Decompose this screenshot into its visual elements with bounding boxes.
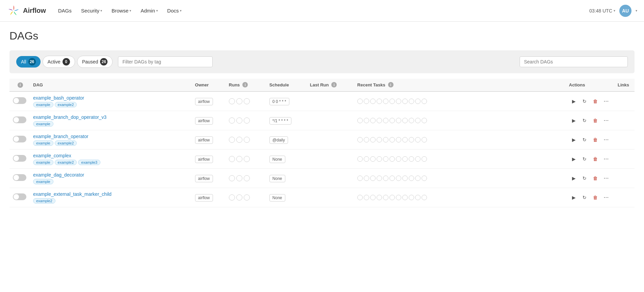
tab-active[interactable]: Active 0: [43, 56, 75, 68]
recent-task-circle: [377, 176, 382, 181]
dag-refresh-button[interactable]: ↻: [580, 174, 589, 183]
runs-info-icon[interactable]: i: [242, 82, 248, 87]
recent-tasks-info-icon[interactable]: i: [388, 82, 393, 87]
dag-refresh-button[interactable]: ↻: [580, 154, 589, 164]
dag-delete-button[interactable]: 🗑: [591, 154, 600, 164]
dag-more-button[interactable]: ···: [601, 135, 611, 144]
dag-name-link[interactable]: example_branch_dop_operator_v3: [33, 114, 188, 120]
dag-tag[interactable]: example2: [33, 198, 55, 204]
recent-task-circle: [377, 156, 382, 162]
nav-security[interactable]: Security ▾: [77, 5, 106, 16]
tab-paused[interactable]: Paused 26: [77, 56, 113, 68]
last-run-cell: [307, 91, 354, 111]
dag-delete-button[interactable]: 🗑: [591, 135, 600, 144]
recent-task-circle: [383, 176, 388, 181]
dag-toggle-5[interactable]: [13, 193, 26, 200]
dag-tag[interactable]: example3: [78, 160, 100, 165]
recent-task-circle: [364, 156, 369, 162]
dag-refresh-button[interactable]: ↻: [580, 193, 589, 202]
dag-name-link[interactable]: example_external_task_marker_child: [33, 191, 188, 197]
tag-filter-input[interactable]: [118, 56, 213, 67]
dag-tag[interactable]: example2: [55, 140, 77, 146]
dag-trigger-button[interactable]: ▶: [569, 116, 578, 125]
dag-delete-button[interactable]: 🗑: [591, 97, 600, 106]
owner-badge: airflow: [195, 117, 213, 125]
dag-toggle-4[interactable]: [13, 174, 26, 181]
docs-caret-icon: ▾: [180, 9, 182, 12]
dag-links-cell: [614, 168, 635, 188]
dag-refresh-button[interactable]: ↻: [580, 135, 589, 144]
dag-toggle-0[interactable]: [13, 97, 26, 104]
recent-task-circle: [396, 176, 401, 181]
user-avatar[interactable]: AU: [619, 5, 631, 17]
tab-paused-badge: 26: [100, 58, 108, 65]
dag-tag[interactable]: example: [33, 179, 53, 184]
dag-more-button[interactable]: ···: [601, 193, 611, 202]
avatar-caret-icon: ▾: [636, 9, 637, 12]
recent-task-circle: [409, 176, 414, 181]
owner-badge: airflow: [195, 136, 213, 144]
recent-task-circle: [396, 137, 401, 142]
dag-trigger-button[interactable]: ▶: [569, 193, 578, 202]
recent-task-circle: [415, 118, 421, 123]
dag-trigger-button[interactable]: ▶: [569, 97, 578, 106]
dag-more-button[interactable]: ···: [601, 116, 611, 125]
dag-tag[interactable]: example: [33, 160, 53, 165]
recent-task-circle: [422, 195, 427, 200]
dag-more-button[interactable]: ···: [601, 154, 611, 164]
dag-tag[interactable]: example: [33, 102, 53, 107]
dag-tag[interactable]: example: [33, 140, 53, 146]
recent-task-circle: [383, 118, 388, 123]
recent-task-circle: [409, 99, 414, 104]
dag-delete-button[interactable]: 🗑: [591, 174, 600, 183]
dag-toggle-1[interactable]: [13, 116, 26, 123]
dag-delete-button[interactable]: 🗑: [591, 116, 600, 125]
dag-toggle-3[interactable]: [13, 155, 26, 162]
table-row: example_branch_dop_operator_v3 example a…: [9, 111, 635, 130]
dag-trigger-button[interactable]: ▶: [569, 135, 578, 144]
search-input[interactable]: [520, 56, 628, 67]
logo[interactable]: Airflow: [7, 4, 46, 18]
dag-refresh-button[interactable]: ↻: [580, 116, 589, 125]
run-circle: [229, 117, 235, 124]
th-links: Links: [614, 79, 635, 91]
run-circle: [244, 137, 250, 143]
nav-admin[interactable]: Admin ▾: [137, 5, 162, 16]
security-caret-icon: ▾: [100, 9, 102, 12]
recent-task-circle: [402, 137, 408, 142]
dag-name-link[interactable]: example_complex: [33, 153, 188, 158]
recent-task-circle: [357, 118, 363, 123]
recent-task-circle: [364, 176, 369, 181]
recent-task-circle: [422, 156, 427, 162]
dag-trigger-button[interactable]: ▶: [569, 174, 578, 183]
info-icon[interactable]: i: [18, 82, 23, 88]
schedule-badge: 0 0 * * *: [269, 98, 289, 105]
schedule-badge: @daily: [269, 136, 288, 144]
recent-task-circle: [389, 195, 395, 200]
dag-toggle-2[interactable]: [13, 136, 26, 142]
nav-docs[interactable]: Docs ▾: [163, 5, 186, 16]
run-circle: [236, 156, 242, 162]
dag-refresh-button[interactable]: ↻: [580, 97, 589, 106]
lastrun-info-icon[interactable]: i: [331, 82, 337, 87]
tab-all[interactable]: All 26: [16, 56, 41, 68]
th-owner: Owner: [192, 79, 225, 91]
dag-more-button[interactable]: ···: [601, 174, 611, 183]
dag-more-button[interactable]: ···: [601, 97, 611, 106]
airflow-logo-icon: [7, 4, 20, 18]
dag-delete-button[interactable]: 🗑: [591, 193, 600, 202]
navbar: Airflow DAGs Security ▾ Browse ▾ Admin ▾…: [0, 0, 644, 22]
nav-browse[interactable]: Browse ▾: [108, 5, 135, 16]
tab-active-badge: 0: [63, 58, 70, 65]
dag-trigger-button[interactable]: ▶: [569, 154, 578, 164]
dag-tag[interactable]: example2: [55, 160, 77, 165]
dag-name-link[interactable]: example_branch_operator: [33, 134, 188, 139]
nav-time[interactable]: 03:48 UTC ▾: [589, 8, 615, 14]
dag-name-link[interactable]: example_bash_operator: [33, 95, 188, 101]
dag-tag[interactable]: example2: [55, 102, 77, 107]
run-circle: [244, 117, 250, 124]
nav-dags[interactable]: DAGs: [54, 5, 76, 16]
recent-task-circle: [402, 99, 408, 104]
dag-tag[interactable]: example: [33, 121, 53, 127]
dag-name-link[interactable]: example_dag_decorator: [33, 172, 188, 178]
